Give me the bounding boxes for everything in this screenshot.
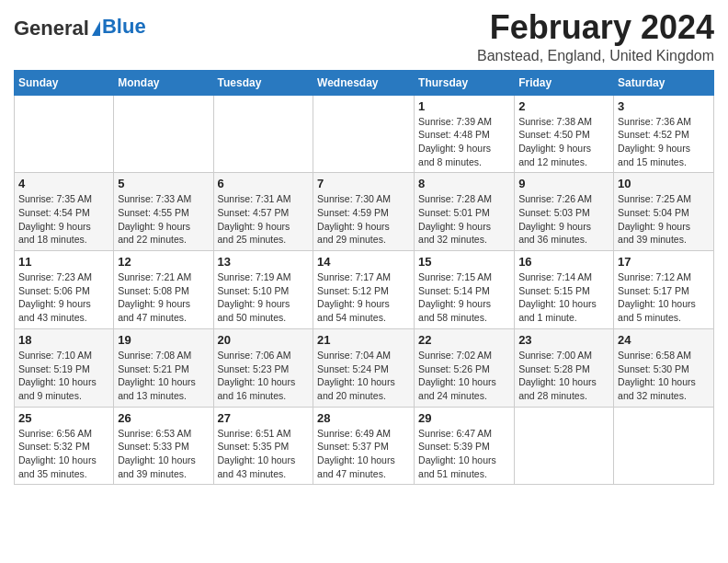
calendar-week-row: 11Sunrise: 7:23 AM Sunset: 5:06 PM Dayli…: [15, 251, 714, 329]
day-info: Sunrise: 7:36 AM Sunset: 4:52 PM Dayligh…: [618, 115, 710, 169]
day-info: Sunrise: 7:12 AM Sunset: 5:17 PM Dayligh…: [618, 270, 710, 325]
day-number: 6: [218, 177, 310, 190]
day-info: Sunrise: 7:10 AM Sunset: 5:19 PM Dayligh…: [18, 349, 109, 403]
calendar-week-row: 25Sunrise: 6:56 AM Sunset: 5:32 PM Dayli…: [15, 407, 714, 485]
calendar-cell: 27Sunrise: 6:51 AM Sunset: 5:35 PM Dayli…: [213, 407, 313, 485]
logo-image: General Blue: [14, 17, 146, 40]
logo-blue-text: Blue: [102, 15, 146, 39]
column-header-friday: Friday: [515, 70, 614, 95]
page-header: General Blue February 2024 Banstead, Eng…: [14, 9, 714, 64]
calendar-cell: 6Sunrise: 7:31 AM Sunset: 4:57 PM Daylig…: [213, 173, 313, 251]
calendar-week-row: 1Sunrise: 7:39 AM Sunset: 4:48 PM Daylig…: [15, 95, 714, 173]
day-number: 3: [618, 99, 710, 113]
calendar-cell: [15, 95, 114, 173]
day-number: 23: [518, 333, 609, 347]
calendar-header-row: SundayMondayTuesdayWednesdayThursdayFrid…: [15, 70, 714, 95]
day-info: Sunrise: 7:17 AM Sunset: 5:12 PM Dayligh…: [317, 270, 410, 325]
day-info: Sunrise: 6:56 AM Sunset: 5:32 PM Dayligh…: [18, 427, 109, 481]
logo: General Blue: [14, 17, 146, 40]
day-info: Sunrise: 7:38 AM Sunset: 4:50 PM Dayligh…: [518, 115, 609, 169]
calendar-cell: 7Sunrise: 7:30 AM Sunset: 4:59 PM Daylig…: [313, 173, 415, 251]
day-number: 20: [218, 333, 310, 347]
day-number: 13: [218, 255, 310, 269]
calendar-cell: 3Sunrise: 7:36 AM Sunset: 4:52 PM Daylig…: [614, 95, 714, 173]
logo-text: General: [14, 17, 100, 40]
logo-icon: [92, 21, 100, 36]
calendar-cell: 10Sunrise: 7:25 AM Sunset: 5:04 PM Dayli…: [614, 173, 714, 251]
calendar-cell: 11Sunrise: 7:23 AM Sunset: 5:06 PM Dayli…: [15, 251, 114, 329]
column-header-wednesday: Wednesday: [313, 70, 415, 95]
calendar-cell: 12Sunrise: 7:21 AM Sunset: 5:08 PM Dayli…: [114, 251, 213, 329]
day-info: Sunrise: 7:08 AM Sunset: 5:21 PM Dayligh…: [118, 349, 209, 403]
day-info: Sunrise: 7:23 AM Sunset: 5:06 PM Dayligh…: [18, 270, 109, 325]
calendar-cell: 28Sunrise: 6:49 AM Sunset: 5:37 PM Dayli…: [313, 407, 415, 485]
calendar-cell: [614, 407, 714, 485]
day-info: Sunrise: 7:02 AM Sunset: 5:26 PM Dayligh…: [418, 349, 510, 403]
day-number: 18: [18, 333, 109, 347]
day-number: 17: [618, 255, 710, 269]
day-number: 1: [418, 99, 510, 113]
day-number: 25: [18, 411, 109, 425]
logo-line1: General: [14, 17, 89, 40]
day-number: 2: [518, 99, 609, 113]
calendar-cell: 5Sunrise: 7:33 AM Sunset: 4:55 PM Daylig…: [114, 173, 213, 251]
calendar-cell: 22Sunrise: 7:02 AM Sunset: 5:26 PM Dayli…: [415, 328, 515, 407]
day-number: 15: [418, 255, 510, 269]
day-info: Sunrise: 6:47 AM Sunset: 5:39 PM Dayligh…: [418, 427, 510, 481]
day-info: Sunrise: 7:15 AM Sunset: 5:14 PM Dayligh…: [418, 270, 510, 325]
calendar-cell: 8Sunrise: 7:28 AM Sunset: 5:01 PM Daylig…: [415, 173, 515, 251]
day-number: 9: [518, 177, 609, 190]
day-info: Sunrise: 7:06 AM Sunset: 5:23 PM Dayligh…: [218, 349, 310, 403]
calendar-cell: 15Sunrise: 7:15 AM Sunset: 5:14 PM Dayli…: [415, 251, 515, 329]
day-info: Sunrise: 7:30 AM Sunset: 4:59 PM Dayligh…: [317, 192, 410, 247]
day-info: Sunrise: 6:51 AM Sunset: 5:35 PM Dayligh…: [218, 427, 310, 481]
main-title: February 2024: [477, 9, 714, 46]
calendar-cell: 4Sunrise: 7:35 AM Sunset: 4:54 PM Daylig…: [15, 173, 114, 251]
day-number: 24: [618, 333, 710, 347]
calendar-cell: 18Sunrise: 7:10 AM Sunset: 5:19 PM Dayli…: [15, 328, 114, 407]
day-number: 4: [18, 177, 109, 190]
calendar-cell: 2Sunrise: 7:38 AM Sunset: 4:50 PM Daylig…: [515, 95, 614, 173]
column-header-tuesday: Tuesday: [213, 70, 313, 95]
day-info: Sunrise: 7:28 AM Sunset: 5:01 PM Dayligh…: [418, 192, 510, 247]
day-info: Sunrise: 7:39 AM Sunset: 4:48 PM Dayligh…: [418, 115, 510, 169]
calendar-week-row: 18Sunrise: 7:10 AM Sunset: 5:19 PM Dayli…: [15, 328, 714, 407]
calendar-cell: 23Sunrise: 7:00 AM Sunset: 5:28 PM Dayli…: [515, 328, 614, 407]
day-number: 5: [118, 177, 209, 190]
day-number: 10: [618, 177, 710, 190]
day-number: 28: [317, 411, 410, 425]
column-header-thursday: Thursday: [415, 70, 515, 95]
calendar-cell: 29Sunrise: 6:47 AM Sunset: 5:39 PM Dayli…: [415, 407, 515, 485]
calendar-cell: 16Sunrise: 7:14 AM Sunset: 5:15 PM Dayli…: [515, 251, 614, 329]
day-number: 19: [118, 333, 209, 347]
day-info: Sunrise: 7:33 AM Sunset: 4:55 PM Dayligh…: [118, 192, 209, 247]
day-info: Sunrise: 6:49 AM Sunset: 5:37 PM Dayligh…: [317, 427, 410, 481]
day-number: 7: [317, 177, 410, 190]
day-number: 21: [317, 333, 410, 347]
calendar-cell: 26Sunrise: 6:53 AM Sunset: 5:33 PM Dayli…: [114, 407, 213, 485]
calendar-cell: 19Sunrise: 7:08 AM Sunset: 5:21 PM Dayli…: [114, 328, 213, 407]
day-info: Sunrise: 7:04 AM Sunset: 5:24 PM Dayligh…: [317, 349, 410, 403]
calendar-cell: 13Sunrise: 7:19 AM Sunset: 5:10 PM Dayli…: [213, 251, 313, 329]
calendar-cell: [515, 407, 614, 485]
calendar-table: SundayMondayTuesdayWednesdayThursdayFrid…: [14, 70, 714, 486]
column-header-monday: Monday: [114, 70, 213, 95]
calendar-cell: 1Sunrise: 7:39 AM Sunset: 4:48 PM Daylig…: [415, 95, 515, 173]
day-info: Sunrise: 7:21 AM Sunset: 5:08 PM Dayligh…: [118, 270, 209, 325]
day-info: Sunrise: 7:31 AM Sunset: 4:57 PM Dayligh…: [218, 192, 310, 247]
day-number: 29: [418, 411, 510, 425]
calendar-cell: 14Sunrise: 7:17 AM Sunset: 5:12 PM Dayli…: [313, 251, 415, 329]
calendar-cell: 25Sunrise: 6:56 AM Sunset: 5:32 PM Dayli…: [15, 407, 114, 485]
day-number: 22: [418, 333, 510, 347]
day-info: Sunrise: 6:58 AM Sunset: 5:30 PM Dayligh…: [618, 349, 710, 403]
column-header-saturday: Saturday: [614, 70, 714, 95]
day-info: Sunrise: 7:26 AM Sunset: 5:03 PM Dayligh…: [518, 192, 609, 247]
day-info: Sunrise: 7:25 AM Sunset: 5:04 PM Dayligh…: [618, 192, 710, 247]
day-number: 12: [118, 255, 209, 269]
day-number: 27: [218, 411, 310, 425]
day-info: Sunrise: 7:00 AM Sunset: 5:28 PM Dayligh…: [518, 349, 609, 403]
calendar-cell: 20Sunrise: 7:06 AM Sunset: 5:23 PM Dayli…: [213, 328, 313, 407]
column-header-sunday: Sunday: [15, 70, 114, 95]
calendar-cell: 17Sunrise: 7:12 AM Sunset: 5:17 PM Dayli…: [614, 251, 714, 329]
day-info: Sunrise: 7:14 AM Sunset: 5:15 PM Dayligh…: [518, 270, 609, 325]
